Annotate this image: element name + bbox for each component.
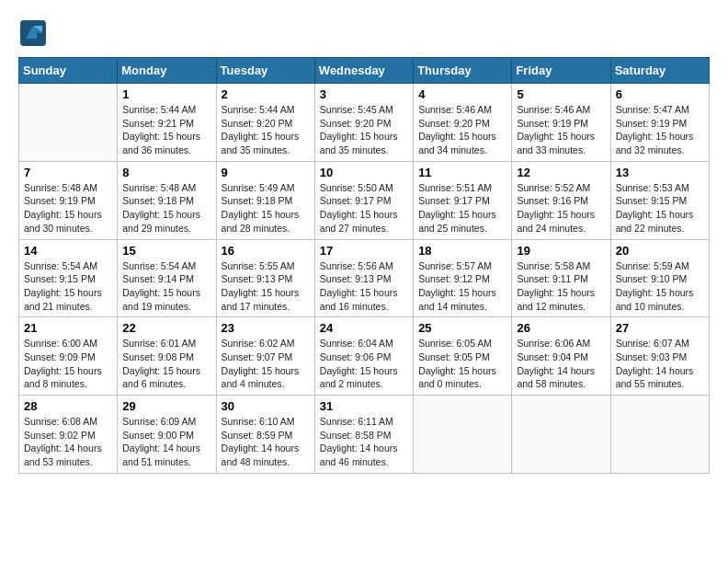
day-info: Sunrise: 5:45 AM Sunset: 9:20 PM Dayligh… [320, 103, 408, 157]
day-info: Sunrise: 5:49 AM Sunset: 9:18 PM Dayligh… [222, 181, 310, 236]
day-number: 12 [517, 166, 605, 179]
calendar-cell: 24Sunrise: 6:04 AM Sunset: 9:06 PM Dayli… [314, 317, 413, 396]
day-number: 28 [24, 399, 112, 413]
week-row-2: 7Sunrise: 5:48 AM Sunset: 9:19 PM Daylig… [19, 161, 710, 239]
calendar-cell: 18Sunrise: 5:57 AM Sunset: 9:12 PM Dayli… [414, 239, 512, 317]
col-header-tuesday: Tuesday [216, 58, 314, 84]
day-number: 15 [122, 244, 210, 258]
day-number: 10 [320, 166, 408, 179]
day-number: 31 [320, 399, 408, 413]
calendar-cell: 20Sunrise: 5:59 AM Sunset: 9:10 PM Dayli… [610, 239, 709, 317]
calendar-cell: 28Sunrise: 6:08 AM Sunset: 9:02 PM Dayli… [19, 396, 118, 474]
calendar-cell: 2Sunrise: 5:44 AM Sunset: 9:20 PM Daylig… [216, 84, 314, 162]
calendar-cell: 12Sunrise: 5:52 AM Sunset: 9:16 PM Dayli… [512, 161, 610, 239]
day-number: 7 [24, 166, 112, 179]
calendar-cell: 4Sunrise: 5:46 AM Sunset: 9:20 PM Daylig… [414, 84, 512, 162]
col-header-monday: Monday [118, 58, 216, 84]
calendar-cell: 5Sunrise: 5:46 AM Sunset: 9:19 PM Daylig… [512, 84, 610, 162]
day-number: 26 [517, 321, 605, 335]
day-info: Sunrise: 5:52 AM Sunset: 9:16 PM Dayligh… [517, 181, 605, 236]
day-number: 16 [222, 244, 310, 258]
week-row-4: 21Sunrise: 6:00 AM Sunset: 9:09 PM Dayli… [19, 317, 710, 396]
day-info: Sunrise: 5:51 AM Sunset: 9:17 PM Dayligh… [418, 181, 506, 236]
day-number: 6 [616, 87, 704, 101]
day-info: Sunrise: 5:58 AM Sunset: 9:11 PM Dayligh… [517, 259, 605, 314]
day-number: 5 [517, 87, 605, 101]
page-header [18, 18, 710, 48]
day-number: 4 [418, 87, 506, 101]
col-header-thursday: Thursday [414, 58, 512, 84]
calendar-cell: 1Sunrise: 5:44 AM Sunset: 9:21 PM Daylig… [118, 84, 216, 162]
calendar-cell: 26Sunrise: 6:06 AM Sunset: 9:04 PM Dayli… [512, 317, 610, 396]
calendar-cell [19, 84, 118, 162]
day-number: 24 [320, 321, 408, 335]
day-info: Sunrise: 5:53 AM Sunset: 9:15 PM Dayligh… [616, 181, 704, 236]
col-header-friday: Friday [512, 58, 610, 84]
calendar-cell: 14Sunrise: 5:54 AM Sunset: 9:15 PM Dayli… [19, 239, 118, 317]
day-info: Sunrise: 5:46 AM Sunset: 9:20 PM Dayligh… [418, 103, 506, 157]
day-number: 14 [24, 244, 112, 258]
day-info: Sunrise: 5:54 AM Sunset: 9:14 PM Dayligh… [122, 259, 210, 314]
day-info: Sunrise: 6:00 AM Sunset: 9:09 PM Dayligh… [24, 337, 112, 391]
calendar-table: SundayMondayTuesdayWednesdayThursdayFrid… [18, 57, 710, 474]
day-number: 22 [122, 321, 210, 335]
day-number: 20 [616, 244, 704, 258]
day-info: Sunrise: 6:06 AM Sunset: 9:04 PM Dayligh… [517, 337, 605, 391]
day-info: Sunrise: 5:47 AM Sunset: 9:19 PM Dayligh… [616, 103, 704, 157]
week-row-5: 28Sunrise: 6:08 AM Sunset: 9:02 PM Dayli… [19, 396, 710, 474]
day-info: Sunrise: 6:08 AM Sunset: 9:02 PM Dayligh… [24, 415, 112, 469]
calendar-cell: 8Sunrise: 5:48 AM Sunset: 9:18 PM Daylig… [118, 161, 216, 239]
col-header-saturday: Saturday [610, 58, 709, 84]
day-info: Sunrise: 6:10 AM Sunset: 8:59 PM Dayligh… [222, 415, 310, 469]
day-number: 21 [24, 321, 112, 335]
calendar-cell: 7Sunrise: 5:48 AM Sunset: 9:19 PM Daylig… [19, 161, 118, 239]
day-number: 25 [418, 321, 506, 335]
day-info: Sunrise: 6:07 AM Sunset: 9:03 PM Dayligh… [616, 337, 704, 391]
calendar-header-row: SundayMondayTuesdayWednesdayThursdayFrid… [19, 58, 710, 84]
day-info: Sunrise: 5:59 AM Sunset: 9:10 PM Dayligh… [616, 259, 704, 314]
day-info: Sunrise: 5:50 AM Sunset: 9:17 PM Dayligh… [320, 181, 408, 236]
day-number: 29 [122, 399, 210, 413]
day-info: Sunrise: 5:55 AM Sunset: 9:13 PM Dayligh… [222, 259, 310, 314]
day-info: Sunrise: 6:04 AM Sunset: 9:06 PM Dayligh… [320, 337, 408, 391]
logo-icon [18, 18, 48, 48]
day-number: 1 [122, 87, 210, 101]
day-info: Sunrise: 5:56 AM Sunset: 9:13 PM Dayligh… [320, 259, 408, 314]
calendar-cell: 22Sunrise: 6:01 AM Sunset: 9:08 PM Dayli… [118, 317, 216, 396]
calendar-cell: 17Sunrise: 5:56 AM Sunset: 9:13 PM Dayli… [314, 239, 413, 317]
calendar-cell: 19Sunrise: 5:58 AM Sunset: 9:11 PM Dayli… [512, 239, 610, 317]
day-info: Sunrise: 5:46 AM Sunset: 9:19 PM Dayligh… [517, 103, 605, 157]
calendar-cell: 9Sunrise: 5:49 AM Sunset: 9:18 PM Daylig… [216, 161, 314, 239]
day-number: 23 [222, 321, 310, 335]
day-number: 27 [616, 321, 704, 335]
day-number: 13 [616, 166, 704, 179]
calendar-cell: 13Sunrise: 5:53 AM Sunset: 9:15 PM Dayli… [610, 161, 709, 239]
day-number: 30 [222, 399, 310, 413]
day-info: Sunrise: 5:54 AM Sunset: 9:15 PM Dayligh… [24, 259, 112, 314]
day-info: Sunrise: 5:44 AM Sunset: 9:21 PM Dayligh… [122, 103, 210, 157]
calendar-cell: 31Sunrise: 6:11 AM Sunset: 8:58 PM Dayli… [314, 396, 413, 474]
day-number: 18 [418, 244, 506, 258]
calendar-cell [610, 396, 709, 474]
calendar-cell: 6Sunrise: 5:47 AM Sunset: 9:19 PM Daylig… [610, 84, 709, 162]
calendar-cell: 3Sunrise: 5:45 AM Sunset: 9:20 PM Daylig… [314, 84, 413, 162]
calendar-cell: 25Sunrise: 6:05 AM Sunset: 9:05 PM Dayli… [414, 317, 512, 396]
day-info: Sunrise: 6:05 AM Sunset: 9:05 PM Dayligh… [418, 337, 506, 391]
day-info: Sunrise: 6:01 AM Sunset: 9:08 PM Dayligh… [122, 337, 210, 391]
day-info: Sunrise: 5:48 AM Sunset: 9:19 PM Dayligh… [24, 181, 112, 236]
calendar-cell: 29Sunrise: 6:09 AM Sunset: 9:00 PM Dayli… [118, 396, 216, 474]
day-info: Sunrise: 6:11 AM Sunset: 8:58 PM Dayligh… [320, 415, 408, 469]
calendar-cell: 30Sunrise: 6:10 AM Sunset: 8:59 PM Dayli… [216, 396, 314, 474]
day-number: 3 [320, 87, 408, 101]
calendar-cell: 15Sunrise: 5:54 AM Sunset: 9:14 PM Dayli… [118, 239, 216, 317]
week-row-3: 14Sunrise: 5:54 AM Sunset: 9:15 PM Dayli… [19, 239, 710, 317]
day-number: 9 [222, 166, 310, 179]
day-number: 17 [320, 244, 408, 258]
calendar-cell: 11Sunrise: 5:51 AM Sunset: 9:17 PM Dayli… [414, 161, 512, 239]
col-header-sunday: Sunday [19, 58, 118, 84]
day-info: Sunrise: 5:44 AM Sunset: 9:20 PM Dayligh… [222, 103, 310, 157]
calendar-cell: 27Sunrise: 6:07 AM Sunset: 9:03 PM Dayli… [610, 317, 709, 396]
calendar-cell: 16Sunrise: 5:55 AM Sunset: 9:13 PM Dayli… [216, 239, 314, 317]
day-info: Sunrise: 6:09 AM Sunset: 9:00 PM Dayligh… [122, 415, 210, 469]
day-info: Sunrise: 5:57 AM Sunset: 9:12 PM Dayligh… [418, 259, 506, 314]
